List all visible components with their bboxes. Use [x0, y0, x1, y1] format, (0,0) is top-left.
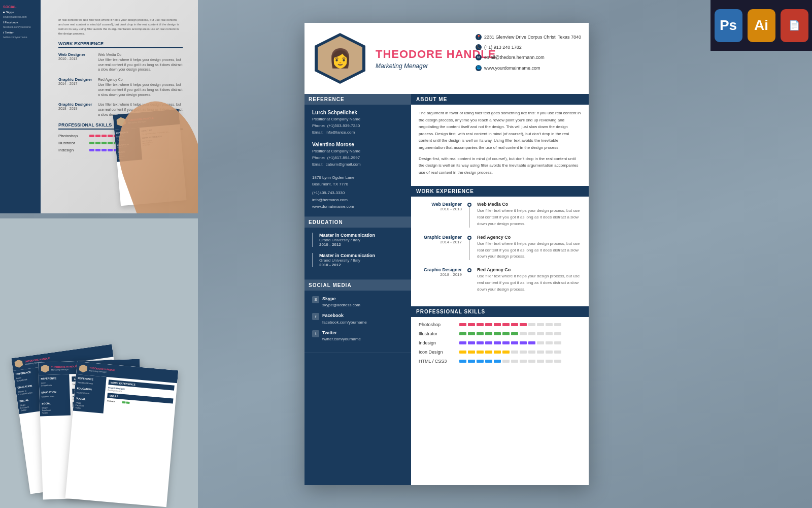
skill-item-4: HTML / CSS3: [419, 359, 581, 364]
ref1-name: Lurch Schpellchek: [312, 110, 403, 115]
edu-item-1: Master in Communication Grand University…: [312, 233, 403, 247]
pdf-button[interactable]: 📄: [781, 9, 808, 42]
bg-card-top: SOCIAL ■ Skype skype@address.com f Faceb…: [0, 0, 198, 213]
resume-header: 👩 THEODORE HANDLE Marketing Menager 📍 22…: [304, 23, 589, 94]
skill-name-4: HTML / CSS3: [419, 359, 454, 364]
job3-years: 2018 - 2019: [419, 272, 462, 277]
edu-item-2: Master in Communication Grand University…: [312, 253, 403, 267]
skill-item-2: Indesign: [419, 340, 581, 345]
reference-section: REFERENCE Lurch Schpellchek Positionat C…: [304, 94, 411, 217]
work-title: WORK EXPERIENCE: [411, 186, 589, 197]
resume-body: REFERENCE Lurch Schpellchek Positionat C…: [304, 94, 589, 485]
education-section: EDUCATION Master in Communication Grand …: [304, 217, 411, 280]
contact-website: www.yourdomainname.com: [484, 64, 540, 72]
skill-bars-2: [459, 341, 561, 344]
photoshop-button[interactable]: Ps: [715, 9, 742, 42]
pdf-icon: 📄: [789, 20, 800, 31]
edu1-year: 2010 - 2012: [319, 242, 403, 247]
ref1-email: Email: info@lance.com: [312, 130, 403, 136]
social-twitter: t Twitter twitter.com/yourname: [312, 330, 403, 343]
skill-item-3: Icon Design: [419, 350, 581, 355]
profile-photo: 👩: [315, 33, 365, 84]
toolbar: Ps Ai 📄: [710, 0, 812, 51]
phone-icon: 📞: [476, 44, 482, 50]
header-contact: 📍 2231 Glenview Drive Corpus Christi Tex…: [476, 33, 581, 74]
skill-name-0: Photoshop: [419, 322, 454, 327]
about-title: ABOUT ME: [411, 94, 589, 105]
skill-bars-4: [459, 360, 561, 363]
ref2-name: Valentino Morose: [312, 142, 403, 147]
skills-title: PROFESSIONAL SKILLS: [411, 306, 589, 317]
job3-title: Graphic Designer: [419, 267, 462, 272]
ref2-company: Positionat Company Name: [312, 148, 403, 155]
job1-years: 2010 - 2013: [419, 207, 462, 211]
edu1-school: Grand University / Italy: [319, 238, 403, 242]
twitter-icon: t: [312, 330, 319, 337]
education-title: EDUCATION: [304, 217, 411, 228]
reference-title: REFERENCE: [304, 94, 411, 105]
work-experience-section: WORK EXPERIENCE Web Designer 2010 - 2013…: [411, 186, 589, 306]
ref2-email: Email: caburn@gmail.com: [312, 162, 403, 168]
job3-desc: Use filler text where it helps your desi…: [477, 273, 581, 293]
reference-person-1: Lurch Schpellchek Positionat Company Nam…: [312, 110, 403, 136]
job2-company: Red Agency Co: [477, 235, 581, 240]
social-title: SOCIAL MEDIA: [304, 280, 411, 291]
job2-title: Graphic Designer: [419, 235, 462, 240]
left-background-area: SOCIAL ■ Skype skype@address.com f Faceb…: [0, 0, 198, 508]
skill-item-1: Illustrator: [419, 331, 581, 336]
email-icon: ✉: [476, 54, 482, 60]
contact-phone: (+1) 913 240 1782: [484, 43, 522, 51]
ref1-phone: Phone: (+1)503-939-7240: [312, 123, 403, 130]
skype-icon: S: [312, 296, 319, 303]
main-content: ABOUT ME The argument in favor of using …: [411, 94, 589, 485]
work-item-1: Web Designer 2010 - 2013 Web Media Co Us…: [419, 202, 581, 227]
ref-address: 1876 Lynn Ogden Lane Beaumont, TX 7770 (…: [312, 174, 403, 210]
work-item-3: Graphic Designer 2018 - 2019 Red Agency …: [419, 267, 581, 293]
resume-card: 👩 THEODORE HANDLE Marketing Menager 📍 22…: [304, 23, 589, 485]
skill-bars-0: [459, 323, 561, 326]
about-text-2: Design first, with real content in mind …: [419, 155, 581, 176]
work-item-2: Graphic Designer 2014 - 2017 Red Agency …: [419, 235, 581, 260]
sidebar: REFERENCE Lurch Schpellchek Positionat C…: [304, 94, 411, 485]
about-me-section: ABOUT ME The argument in favor of using …: [411, 94, 589, 186]
job2-years: 2014 - 2017: [419, 240, 462, 244]
job2-desc: Use filler text where it helps your desi…: [477, 241, 581, 260]
illustrator-button[interactable]: Ai: [748, 9, 775, 42]
job1-desc: Use filler text where it helps your desi…: [477, 208, 581, 227]
website-icon: 🌐: [476, 65, 482, 71]
bg-card-bottom: THEODORE HANDLEMarketing Menager REFEREN…: [0, 218, 198, 508]
contact-address: 2231 Glenview Drive Corpus Christi Texas…: [484, 33, 581, 41]
contact-email: email@thedore.hermann.com: [484, 53, 545, 61]
skill-item-0: Photoshop: [419, 322, 581, 327]
about-text-1: The argument in favor of using filler te…: [419, 110, 581, 151]
skills-section: PROFESSIONAL SKILLS PhotoshopIllustrator…: [411, 306, 589, 374]
skill-name-3: Icon Design: [419, 350, 454, 355]
facebook-icon: f: [312, 313, 319, 320]
ref1-company: Positionat Company Name: [312, 116, 403, 123]
edu1-degree: Master in Communication: [319, 233, 403, 238]
reference-person-2: Valentino Morose Positionat Company Name…: [312, 142, 403, 168]
address-icon: 📍: [476, 34, 482, 40]
skill-bars-1: [459, 332, 561, 335]
job1-title: Web Designer: [419, 202, 462, 207]
skill-name-1: Illustrator: [419, 331, 454, 336]
ref2-phone: Phone: (+1)817-894-2997: [312, 155, 403, 162]
edu2-year: 2010 - 2012: [319, 263, 403, 267]
job1-company: Web Media Co: [477, 202, 581, 207]
edu2-school: Grand University / Italy: [319, 258, 403, 263]
social-skype: S Skype skype@address.com: [312, 296, 403, 309]
edu2-degree: Master in Communication: [319, 253, 403, 258]
skill-bars-3: [459, 351, 561, 354]
skill-name-2: Indesign: [419, 340, 454, 345]
job3-company: Red Agency Co: [477, 267, 581, 272]
social-media-section: SOCIAL MEDIA S Skype skype@address.com f…: [304, 280, 411, 354]
social-facebook: f Facebook facebook.com/yourname: [312, 312, 403, 326]
